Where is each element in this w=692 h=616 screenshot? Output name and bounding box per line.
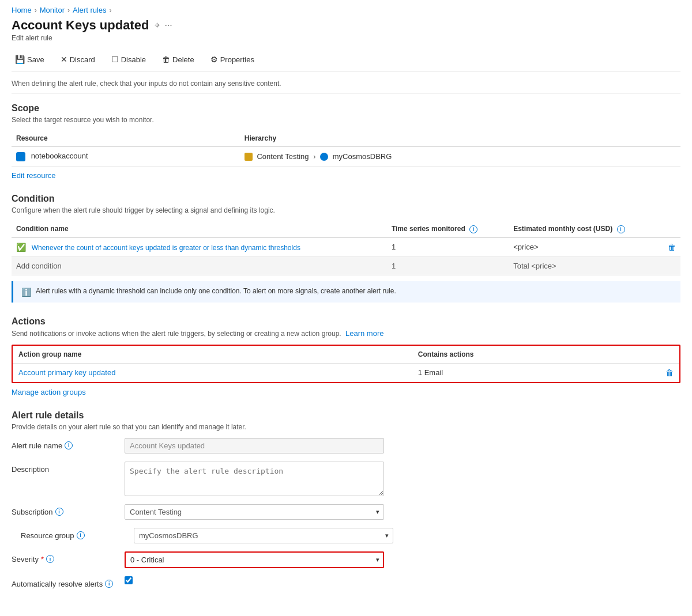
condition-check-icon: ✅ (16, 243, 26, 252)
condition-col-cost: Estimated monthly cost (USD) i (509, 221, 663, 237)
add-condition-cell: Add condition (12, 256, 387, 275)
toolbar: 💾 Save ✕ Discard ☐ Disable 🗑 Delete ⚙ Pr… (12, 48, 680, 71)
scope-row: notebookaccount Content Testing › myCosm… (12, 146, 680, 166)
scope-section: Scope Select the target resource you wis… (12, 103, 680, 180)
condition-col-time: Time series monitored i (387, 221, 509, 237)
resource-group-select[interactable]: myCosmosDBRG (134, 528, 393, 543)
condition-table: Condition name Time series monitored i E… (12, 221, 680, 275)
action-group-name: Account primary key updated (13, 363, 412, 382)
form-row-severity: Severity * i 0 - Critical1 - Error2 - Wa… (12, 551, 680, 568)
details-form: Alert rule name i Description Subscripti… (12, 438, 680, 588)
hierarchy-chevron: › (313, 152, 315, 161)
save-icon: 💾 (15, 55, 25, 64)
resource-group-select-wrapper: myCosmosDBRG ▾ (134, 528, 393, 543)
condition-info-box: ℹ️ Alert rules with a dynamic threshold … (12, 281, 680, 303)
delete-button[interactable]: 🗑 Delete (159, 52, 198, 66)
title-icons[interactable]: ⌖ ··· (155, 20, 172, 31)
condition-cost-cell: <price> (509, 237, 663, 257)
severity-select-wrapper: 0 - Critical1 - Error2 - Warning3 - Info… (125, 551, 384, 568)
alert-rule-name-info-icon[interactable]: i (65, 441, 73, 449)
delete-icon: 🗑 (162, 55, 170, 64)
breadcrumb-monitor[interactable]: Monitor (40, 6, 65, 14)
cost-info-icon[interactable]: i (617, 225, 625, 233)
pin-icon[interactable]: ⌖ (155, 20, 160, 31)
page-title: Account Keys updated (12, 18, 149, 33)
action-row-1: Account primary key updated 1 Email 🗑 (13, 363, 679, 382)
description-textarea[interactable] (125, 462, 384, 496)
auto-resolve-label: Automatically resolve alerts i (12, 576, 115, 588)
scope-col-hierarchy: Hierarchy (240, 131, 680, 146)
subscription-select-wrapper: Content Testing ▾ (125, 504, 384, 520)
add-condition-cost: Total <price> (509, 256, 663, 275)
breadcrumb-home[interactable]: Home (12, 6, 32, 14)
action-group-link[interactable]: Account primary key updated (18, 368, 115, 377)
time-series-info-icon[interactable]: i (469, 225, 477, 233)
auto-resolve-checkbox[interactable] (125, 576, 133, 584)
edit-resource-link[interactable]: Edit resource (12, 171, 56, 180)
breadcrumb-alert-rules[interactable]: Alert rules (73, 6, 107, 14)
properties-icon: ⚙ (210, 55, 218, 64)
condition-col-name: Condition name (12, 221, 387, 237)
scope-title: Scope (12, 103, 680, 114)
condition-row-2: Add condition 1 Total <price> (12, 256, 680, 275)
severity-select[interactable]: 0 - Critical1 - Error2 - Warning3 - Info… (125, 551, 384, 568)
hierarchy-gold-icon (245, 153, 253, 161)
severity-info-icon[interactable]: i (46, 555, 54, 563)
action-delete-icon[interactable]: 🗑 (665, 368, 674, 377)
form-row-subscription: Subscription i Content Testing ▾ (12, 504, 680, 520)
disable-icon: ☐ (111, 55, 119, 64)
action-table: Action group name Contains actions Accou… (13, 346, 679, 382)
severity-label: Severity * i (12, 551, 115, 564)
actions-section: Actions Send notifications or invoke act… (12, 316, 680, 396)
save-button[interactable]: 💾 Save (12, 52, 48, 66)
subscription-info-icon[interactable]: i (55, 508, 63, 516)
form-row-name: Alert rule name i (12, 438, 680, 454)
action-col-name: Action group name (13, 346, 412, 364)
condition-desc: Configure when the alert rule should tri… (12, 206, 680, 214)
severity-required: * (41, 555, 44, 564)
discard-button[interactable]: ✕ Discard (57, 52, 99, 66)
action-contains: 1 Email (412, 363, 660, 382)
properties-button[interactable]: ⚙ Properties (207, 52, 258, 66)
hierarchy-blue-icon (320, 153, 328, 161)
info-box-text: Alert rules with a dynamic threshold can… (36, 287, 396, 295)
hierarchy-part2: myCosmosDBRG (333, 152, 392, 161)
scope-table: Resource Hierarchy notebookaccount Conte… (12, 131, 680, 167)
auto-resolve-info-icon[interactable]: i (105, 580, 113, 588)
condition-section: Condition Configure when the alert rule … (12, 194, 680, 303)
condition-title: Condition (12, 194, 680, 204)
scope-desc: Select the target resource you wish to m… (12, 116, 680, 124)
description-label: Description (12, 462, 115, 474)
subscription-select[interactable]: Content Testing (125, 504, 384, 520)
resource-icon (16, 152, 25, 161)
scope-col-resource: Resource (12, 131, 240, 146)
condition-name-cell: ✅ Whenever the count of account keys upd… (12, 237, 387, 257)
condition-link[interactable]: Whenever the count of account keys updat… (32, 244, 300, 252)
learn-more-link[interactable]: Learn more (345, 329, 383, 338)
hierarchy-part1: Content Testing (257, 152, 309, 161)
actions-title: Actions (12, 316, 680, 327)
page-title-row: Account Keys updated ⌖ ··· (12, 18, 680, 33)
details-section: Alert rule details Provide details on yo… (12, 410, 680, 588)
scope-hierarchy-cell: Content Testing › myCosmosDBRG (240, 146, 680, 166)
breadcrumb: Home › Monitor › Alert rules › (12, 6, 680, 14)
notice-text: When defining the alert rule, check that… (12, 77, 680, 94)
discard-icon: ✕ (61, 55, 67, 64)
alert-rule-name-label: Alert rule name i (12, 438, 115, 450)
more-icon[interactable]: ··· (164, 20, 172, 31)
details-title: Alert rule details (12, 410, 680, 421)
manage-action-groups-link[interactable]: Manage action groups (12, 388, 86, 396)
alert-rule-name-input[interactable] (125, 438, 384, 454)
form-row-resource-group: Resource group i myCosmosDBRG ▾ (12, 528, 680, 543)
resource-name: notebookaccount (31, 152, 88, 160)
details-desc: Provide details on your alert rule so th… (12, 423, 680, 431)
disable-button[interactable]: ☐ Disable (108, 52, 149, 66)
action-col-contains: Contains actions (412, 346, 660, 364)
edit-label: Edit alert rule (12, 34, 680, 42)
condition-delete-icon[interactable]: 🗑 (668, 243, 676, 252)
resource-group-info-icon[interactable]: i (77, 531, 85, 539)
subscription-label: Subscription i (12, 504, 115, 516)
action-table-wrapper: Action group name Contains actions Accou… (12, 345, 680, 383)
form-row-description: Description (12, 462, 680, 496)
scope-resource-cell: notebookaccount (12, 146, 240, 166)
